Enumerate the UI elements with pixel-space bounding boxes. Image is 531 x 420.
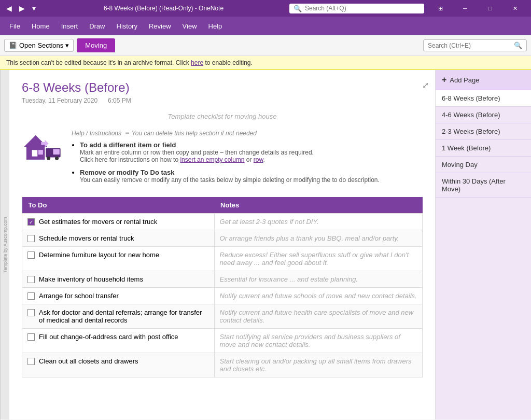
svg-rect-2 [32, 150, 38, 156]
section-tab-moving[interactable]: Moving [77, 38, 115, 52]
task-checkbox-2[interactable] [27, 251, 35, 259]
todo-table: To Do Notes ✓Get estimates for movers or… [22, 197, 423, 377]
help-subtitle-text: You can delete this help section if not … [132, 130, 257, 137]
table-row: Clean out all closets and drawersStart c… [22, 353, 423, 377]
task-checkbox-3[interactable] [27, 276, 35, 283]
main-layout: Template by Auscomp.com ⤢ 6-8 Weeks (Bef… [0, 70, 531, 419]
tablet-mode-btn[interactable]: ⊞ [428, 0, 452, 17]
task-checkbox-0[interactable]: ✓ [27, 218, 35, 226]
menu-help[interactable]: Help [203, 20, 228, 32]
col-notes: Notes [214, 197, 422, 214]
page-item-3[interactable]: 1 Week (Before) [436, 140, 531, 157]
page-list: 6-8 Weeks (Before)4-6 Weeks (Before)2-3 … [436, 90, 531, 419]
back-icon[interactable]: ◀ [4, 2, 14, 15]
help-item-1: To add a different item or field Mark an… [80, 141, 423, 163]
task-cell-6: Fill out change-of-address card with pos… [22, 329, 215, 353]
task-text-5: Ask for doctor and dental referrals; arr… [39, 309, 209, 324]
task-text-0: Get estimates for movers or rental truck [39, 218, 157, 226]
maximize-btn[interactable]: □ [478, 0, 502, 17]
page-subtitle: Template checklist for moving house [22, 113, 423, 120]
page-time-text: 6:05 PM [108, 97, 131, 104]
menu-bar: File Home Insert Draw History Review Vie… [0, 17, 531, 35]
table-row: Arrange for school transferNotify curren… [22, 288, 423, 304]
search-icon: 🔍 [294, 5, 302, 12]
title-search[interactable]: 🔍 [289, 4, 424, 13]
window-controls: ⊞ ─ □ ✕ [428, 0, 527, 17]
dropdown-icon: ▾ [65, 41, 69, 49]
open-sections-label: Open Sections [19, 41, 63, 49]
open-sections-button[interactable]: 📓 Open Sections ▾ [4, 39, 74, 52]
page-item-0[interactable]: 6-8 Weeks (Before) [436, 90, 531, 107]
expand-button[interactable]: ⤢ [422, 80, 429, 90]
help-item-2-desc: You can easily remove or modify any of t… [80, 176, 423, 184]
task-cell-2: Determine furniture layout for new home [22, 247, 215, 271]
note-cell-7: Start clearing out and/or packing up all… [214, 353, 422, 377]
page-item-4[interactable]: Moving Day [436, 157, 531, 173]
task-cell-4: Arrange for school transfer [22, 288, 215, 304]
archive-notice: This section can't be edited because it'… [0, 56, 531, 70]
table-row: Make inventory of household itemsEssenti… [22, 271, 423, 288]
window-title: 6-8 Weeks (Before) (Read-Only) - OneNote [42, 5, 285, 12]
close-btn[interactable]: ✕ [503, 0, 527, 17]
menu-history[interactable]: History [111, 20, 143, 32]
note-cell-5: Notify current and future health care sp… [214, 304, 422, 329]
toolbar-search-input[interactable] [428, 42, 512, 49]
table-row: Fill out change-of-address card with pos… [22, 329, 423, 353]
page-date: Tuesday, 11 February 2020 6:05 PM [22, 97, 423, 104]
task-text-2: Determine furniture layout for new home [39, 251, 159, 259]
task-cell-7: Clean out all closets and drawers [22, 353, 215, 377]
help-item-2: Remove or modify To Do task You can easi… [80, 169, 423, 184]
add-page-button[interactable]: + Add Page [436, 70, 531, 90]
archive-link[interactable]: here [191, 59, 203, 66]
toolbar-search[interactable]: 🔍 [423, 39, 527, 51]
help-list: To add a different item or field Mark an… [80, 141, 423, 184]
forward-icon[interactable]: ▶ [17, 2, 27, 15]
menu-insert[interactable]: Insert [56, 20, 83, 32]
task-text-3: Make inventory of household items [39, 275, 143, 283]
title-bar-controls: ◀ ▶ ▾ [4, 2, 38, 15]
note-cell-3: Essential for insurance ... and estate p… [214, 271, 422, 288]
menu-draw[interactable]: Draw [84, 20, 110, 32]
archive-text-before: This section can't be edited because it'… [6, 59, 191, 66]
menu-file[interactable]: File [4, 20, 25, 32]
page-date-text: Tuesday, 11 February 2020 [22, 97, 97, 104]
task-cell-1: Schedule movers or rental truck [22, 230, 215, 247]
page-item-2[interactable]: 2-3 Weeks (Before) [436, 123, 531, 140]
notebook-icon: 📓 [9, 41, 17, 49]
minimize-btn[interactable]: ─ [453, 0, 477, 17]
table-row: Ask for doctor and dental referrals; arr… [22, 304, 423, 329]
note-cell-2: Reduce excess! Either sell superfluous s… [214, 247, 422, 271]
help-section: Help / Instructions – You can delete thi… [72, 129, 423, 189]
menu-home[interactable]: Home [26, 20, 55, 32]
svg-rect-5 [53, 149, 59, 155]
archive-text-after: to enable editing. [203, 59, 253, 66]
task-checkbox-4[interactable] [27, 292, 35, 300]
svg-marker-0 [24, 135, 47, 147]
help-item-1-desc: Mark an entire column or row then copy a… [80, 149, 423, 163]
task-checkbox-5[interactable] [27, 309, 35, 316]
add-page-label: Add Page [450, 76, 479, 84]
svg-point-6 [47, 157, 50, 160]
task-checkbox-7[interactable] [27, 358, 35, 365]
title-search-input[interactable] [305, 5, 420, 12]
more-icon[interactable]: ▾ [30, 2, 38, 15]
page-item-5[interactable]: Within 30 Days (After Move) [436, 173, 531, 198]
insert-row-link[interactable]: row [254, 156, 263, 163]
table-row: Schedule movers or rental truckOr arrang… [22, 230, 423, 247]
menu-view[interactable]: View [177, 20, 202, 32]
help-item-1-title: To add a different item or field [80, 141, 423, 149]
svg-rect-3 [38, 150, 43, 155]
menu-review[interactable]: Review [144, 20, 176, 32]
task-cell-5: Ask for doctor and dental referrals; arr… [22, 304, 215, 329]
task-text-6: Fill out change-of-address card with pos… [39, 333, 178, 341]
toolbar: 📓 Open Sections ▾ Moving 🔍 [0, 35, 531, 56]
page-item-1[interactable]: 4-6 Weeks (Before) [436, 107, 531, 123]
content-area: ⤢ 6-8 Weeks (Before) Tuesday, 11 Februar… [9, 70, 435, 419]
house-icon-area: Help / Instructions – You can delete thi… [22, 129, 423, 189]
insert-column-link[interactable]: insert an empty column [180, 156, 244, 163]
task-checkbox-6[interactable] [27, 333, 35, 341]
table-row: Determine furniture layout for new homeR… [22, 247, 423, 271]
table-row: ✓Get estimates for movers or rental truc… [22, 214, 423, 230]
task-text-7: Clean out all closets and drawers [39, 357, 138, 365]
task-checkbox-1[interactable] [27, 235, 35, 242]
